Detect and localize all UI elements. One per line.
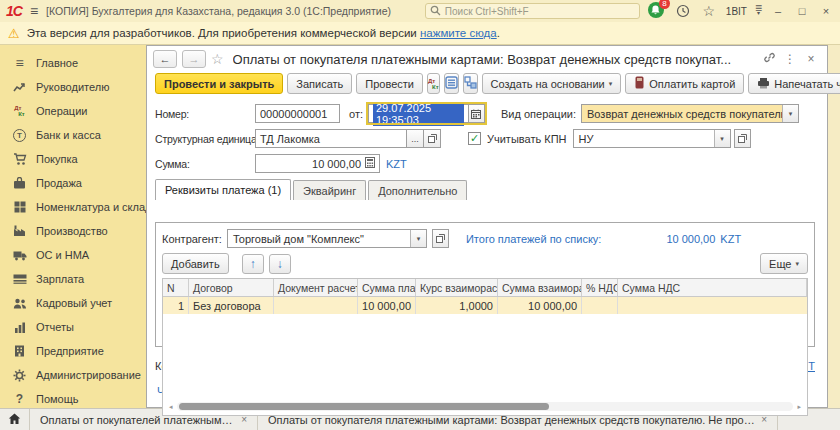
pay-by-card-button[interactable]: Оплатить картой xyxy=(625,73,744,94)
kpn-select[interactable]: НУ ▾ xyxy=(573,129,731,148)
gear-icon xyxy=(12,368,27,383)
date-input[interactable]: 29.07.2025 19:35:03 xyxy=(368,104,485,123)
history-icon[interactable] xyxy=(674,2,692,20)
app-title: [КОПИЯ] Бухгалтерия для Казахстана, реда… xyxy=(46,5,391,17)
sidebar-item-bank-cash[interactable]: Т Банк и касса xyxy=(0,123,146,147)
move-down-button[interactable]: ↓ xyxy=(269,254,291,274)
cart-icon xyxy=(12,152,27,167)
document-header: ← → ☆ Оплаты от покупателя платежными ка… xyxy=(147,46,827,70)
sidebar-item-production[interactable]: Производство xyxy=(0,219,146,243)
sidebar-item-reports[interactable]: Отчеты xyxy=(0,315,146,339)
chevron-down-icon[interactable]: ▾ xyxy=(410,230,426,247)
post-button[interactable]: Провести xyxy=(356,73,423,94)
building-icon xyxy=(12,344,27,359)
counterparty-row: Контрагент: Торговый дом "Комплекс" ▾ Ит… xyxy=(156,229,814,248)
document-structure-button[interactable] xyxy=(463,73,478,94)
favorites-star-icon[interactable]: ☆ xyxy=(700,2,718,20)
number-input[interactable]: 00000000001 xyxy=(255,104,340,123)
open-counterparty-icon[interactable] xyxy=(432,229,449,248)
minimize-button[interactable]: – xyxy=(770,5,786,17)
write-button[interactable]: Записать xyxy=(287,73,352,94)
home-button[interactable] xyxy=(0,409,30,430)
people-icon xyxy=(12,296,27,311)
debit-credit-icon: ДтКт xyxy=(12,104,27,119)
horizontal-scrollbar[interactable]: ◂ ▸ xyxy=(169,402,801,411)
sidebar-item-purchase[interactable]: Покупка xyxy=(0,147,146,171)
chevron-down-icon[interactable]: ▾ xyxy=(714,130,730,147)
number-label: Номер: xyxy=(155,108,255,120)
kpn-checkbox[interactable]: ✓ xyxy=(468,132,481,145)
global-search-input[interactable]: Поиск Ctrl+Shift+F xyxy=(425,3,640,19)
search-placeholder: Поиск Ctrl+Shift+F xyxy=(445,6,529,17)
table-header-row: N Договор Документ расчетов Сумма платеж… xyxy=(163,279,807,297)
warning-link[interactable]: нажмите сюда xyxy=(420,27,497,39)
sidebar-item-manager[interactable]: Руководителю xyxy=(0,75,146,99)
1c-logo: 1С xyxy=(6,3,22,19)
menu-lines-icon: ≡ xyxy=(12,56,27,71)
forward-button[interactable]: → xyxy=(182,50,206,68)
current-user[interactable]: 1BIT xyxy=(726,6,747,17)
sidebar-item-hr[interactable]: Кадровый учет xyxy=(0,291,146,315)
tab-acquiring[interactable]: Эквайринг xyxy=(293,180,366,200)
table-commands-row: Добавить ↑ ↓ Еще▾ xyxy=(156,254,814,273)
truck-icon xyxy=(12,248,27,263)
currency-label[interactable]: KZT xyxy=(386,158,407,170)
chevron-down-icon[interactable]: ▾ xyxy=(782,105,798,122)
notifications-button[interactable]: 8 xyxy=(648,2,666,20)
scroll-right-icon[interactable]: ▸ xyxy=(793,403,801,411)
create-on-base-button[interactable]: Создать на основании▾ xyxy=(482,73,622,94)
close-document-icon[interactable]: × xyxy=(803,52,819,66)
calendar-icon[interactable] xyxy=(468,104,485,123)
factory-icon xyxy=(12,224,27,239)
open-unit-icon[interactable] xyxy=(424,129,441,148)
question-icon: ? xyxy=(12,392,27,407)
close-window-button[interactable]: × xyxy=(818,5,834,17)
sidebar-item-sales[interactable]: Продажа xyxy=(0,171,146,195)
service-menu-icon[interactable]: ≡▾ xyxy=(755,6,762,16)
sidebar-item-enterprise[interactable]: Предприятие xyxy=(0,339,146,363)
scroll-left-icon[interactable]: ◂ xyxy=(169,403,177,411)
more-kebab-icon[interactable]: ⋮ xyxy=(782,52,798,66)
sidebar-item-salary[interactable]: Зарплата xyxy=(0,267,146,291)
document-form-window: ← → ☆ Оплаты от покупателя платежными ка… xyxy=(146,45,828,408)
sidebar-item-help[interactable]: ? Помощь xyxy=(0,387,146,408)
tab-additional[interactable]: Дополнительно xyxy=(368,180,467,200)
app-titlebar: 1С ≡ [КОПИЯ] Бухгалтерия для Казахстана,… xyxy=(0,0,840,22)
home-icon xyxy=(8,413,21,427)
structure-icon xyxy=(464,76,477,91)
table-row[interactable]: 1 Без договора 10 000,00 1,0000 10 000,0… xyxy=(163,297,807,314)
coin-icon: Т xyxy=(12,128,27,143)
move-up-button[interactable]: ↑ xyxy=(242,254,264,274)
screen: 1С ≡ [КОПИЯ] Бухгалтерия для Казахстана,… xyxy=(0,0,840,430)
desktop-background-strip xyxy=(828,45,840,408)
add-row-button[interactable]: Добавить xyxy=(162,253,229,274)
operation-kind-select[interactable]: Возврат денежных средств покупателю ▾ xyxy=(581,104,799,123)
total-value: 10 000,00 xyxy=(666,233,715,245)
register-records-button[interactable] xyxy=(444,73,459,94)
sidebar-item-administration[interactable]: Администрирование xyxy=(0,363,146,387)
sidebar-item-main[interactable]: ≡ Главное xyxy=(0,51,146,75)
favorite-star-icon[interactable]: ☆ xyxy=(211,51,224,67)
open-kpn-icon[interactable] xyxy=(734,129,751,148)
structural-unit-input[interactable]: ТД Лакомка xyxy=(255,129,407,148)
trend-chart-icon xyxy=(12,80,27,95)
post-and-close-button[interactable]: Провести и закрыть xyxy=(155,73,283,94)
sidebar-item-operations[interactable]: ДтКт Операции xyxy=(0,99,146,123)
sections-sidebar: ≡ Главное Руководителю ДтКт Операции Т Б… xyxy=(0,45,146,408)
print-receipt-button[interactable]: Напечатать чек xyxy=(748,73,840,94)
get-link-icon[interactable] xyxy=(761,51,777,67)
tab-payment-details[interactable]: Реквизиты платежа (1) xyxy=(155,179,291,200)
choose-unit-button[interactable]: ... xyxy=(407,129,424,148)
main-menu-icon[interactable]: ≡ xyxy=(30,3,38,19)
document-toolbar: Провести и закрыть Записать Провести ДтК… xyxy=(147,70,827,98)
amount-input[interactable]: 10 000,00 xyxy=(255,154,380,173)
table-more-button[interactable]: Еще▾ xyxy=(760,253,808,274)
counterparty-select[interactable]: Торговый дом "Комплекс" ▾ xyxy=(227,229,427,248)
scrollbar-thumb[interactable] xyxy=(179,403,549,410)
calculator-icon[interactable] xyxy=(365,157,375,170)
show-postings-button[interactable]: ДтКт xyxy=(427,73,440,94)
back-button[interactable]: ← xyxy=(153,50,177,68)
maximize-button[interactable]: □ xyxy=(794,5,810,17)
sidebar-item-fixed-assets[interactable]: ОС и НМА xyxy=(0,243,146,267)
sidebar-item-inventory[interactable]: Номенклатура и склад xyxy=(0,195,146,219)
